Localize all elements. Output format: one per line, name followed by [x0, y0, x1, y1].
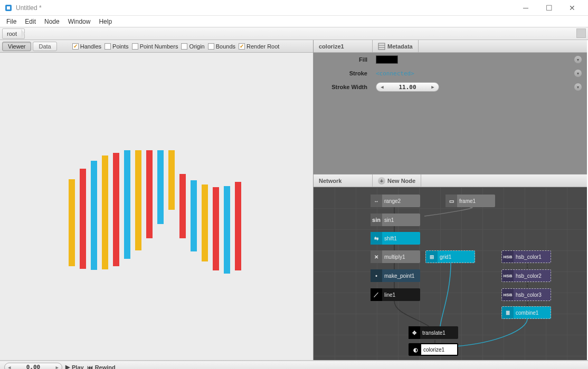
grid-icon: ⊞: [426, 251, 438, 263]
stroke-width-spinner[interactable]: ◀ 11.00 ▶: [376, 82, 439, 92]
viewer-bar: [102, 156, 108, 269]
node-colorize1[interactable]: ◐colorize1: [409, 343, 458, 356]
breadcrumb-label: root: [7, 31, 17, 37]
node-multiply1[interactable]: ✕multiply1: [371, 250, 420, 263]
viewer-bar: [191, 180, 197, 251]
viewer-bar: [179, 174, 186, 238]
svg-rect-1: [7, 6, 10, 9]
fill-color-swatch[interactable]: [376, 55, 398, 64]
point-icon: •: [371, 269, 382, 282]
properties-header: colorize1 Metadata: [314, 40, 587, 53]
window-title: Untitled *: [16, 4, 514, 12]
frame-spinner-left-icon[interactable]: ◀: [8, 365, 11, 370]
prop-row-stroke-width: Stroke Width ◀ 11.00 ▶ ▾: [314, 80, 587, 94]
tab-metadata[interactable]: Metadata: [373, 40, 419, 52]
minimize-button[interactable]: ─: [514, 0, 537, 16]
viewer-bar: [113, 153, 119, 266]
stroke-disclose-icon[interactable]: ▾: [574, 70, 582, 77]
hsb-icon: HSB: [502, 251, 514, 263]
node-line1[interactable]: ／line1: [371, 288, 420, 301]
frame-spinner-right-icon[interactable]: ▶: [56, 365, 59, 370]
frame-icon: ▭: [445, 195, 457, 207]
fill-disclose-icon[interactable]: ▾: [574, 56, 582, 63]
node-translate1[interactable]: ✥translate1: [409, 326, 458, 339]
spinner-left-icon[interactable]: ◀: [378, 84, 386, 90]
breadcrumb-root[interactable]: root: [2, 28, 25, 39]
prop-row-stroke: Stroke <connected> ▾: [314, 66, 587, 80]
node-hsb-color3[interactable]: HSBhsb_color3: [501, 288, 551, 301]
network-label: Network: [314, 174, 373, 187]
check-render-root[interactable]: ✓Render Root: [239, 43, 279, 50]
viewer-toolbar: Viewer Data ✓Handles Points Point Number…: [0, 40, 313, 53]
spinner-right-icon[interactable]: ▶: [429, 84, 437, 90]
stroke-width-value: 11.00: [399, 84, 416, 91]
menu-edit[interactable]: Edit: [21, 17, 40, 26]
plus-icon: +: [378, 177, 385, 184]
node-grid1[interactable]: ⊞grid1: [425, 250, 475, 263]
titlebar: Untitled * ─ ☐ ✕: [0, 0, 588, 16]
node-range2[interactable]: ↔range2: [371, 195, 420, 207]
properties-panel: Fill ▾ Stroke <connected> ▾ Stroke Width…: [314, 53, 587, 174]
translate-icon: ✥: [409, 326, 420, 339]
check-points[interactable]: Points: [105, 43, 129, 50]
menu-file[interactable]: File: [2, 17, 21, 26]
viewer-bar: [168, 150, 175, 210]
check-handles[interactable]: ✓Handles: [72, 43, 101, 50]
hsb-icon: HSB: [502, 289, 514, 300]
viewer-bar: [146, 150, 153, 238]
frame-value: 0.00: [26, 364, 41, 369]
node-sin1[interactable]: sinsin1: [371, 213, 420, 226]
menubar: File Edit Node Window Help: [0, 16, 588, 27]
node-hsb-color2[interactable]: HSBhsb_color2: [501, 269, 551, 282]
node-combine1[interactable]: ≣combine1: [501, 306, 551, 319]
play-button[interactable]: ▶Play: [65, 364, 84, 369]
hsb-icon: HSB: [502, 270, 514, 281]
colorize-icon: ◐: [410, 344, 421, 355]
shift-icon: ⇆: [371, 232, 382, 245]
breadcrumb-bar: root: [0, 27, 588, 40]
sin-icon: sin: [371, 213, 382, 226]
app-icon: [4, 4, 13, 12]
check-bounds[interactable]: Bounds: [208, 43, 235, 50]
menu-window[interactable]: Window: [64, 17, 95, 26]
viewer-canvas[interactable]: [0, 53, 313, 360]
node-hsb-color1[interactable]: HSBhsb_color1: [501, 250, 551, 263]
prop-label-stroke-width: Stroke Width: [314, 84, 373, 90]
breadcrumb-end-cap: [576, 28, 586, 38]
prop-label-stroke: Stroke: [314, 70, 373, 76]
menu-help[interactable]: Help: [94, 17, 116, 26]
tab-data[interactable]: Data: [33, 42, 56, 51]
new-node-button[interactable]: + New Node: [373, 174, 421, 187]
stroke-width-disclose-icon[interactable]: ▾: [574, 83, 582, 91]
check-origin[interactable]: Origin: [181, 43, 204, 50]
prop-row-fill: Fill ▾: [314, 53, 587, 66]
viewer-bar: [235, 182, 241, 270]
viewer-bar: [213, 187, 219, 270]
menu-node[interactable]: Node: [40, 17, 64, 26]
play-icon: ▶: [65, 364, 70, 369]
tab-viewer[interactable]: Viewer: [2, 42, 31, 51]
viewer-bar: [202, 184, 208, 261]
range-icon: ↔: [371, 195, 382, 207]
multiply-icon: ✕: [371, 250, 382, 263]
viewer-pane: Viewer Data ✓Handles Points Point Number…: [0, 40, 314, 360]
node-frame1[interactable]: ▭frame1: [445, 195, 495, 207]
frame-spinner[interactable]: ◀ 0.00 ▶: [4, 363, 62, 370]
maximize-button[interactable]: ☐: [537, 0, 561, 16]
combine-icon: ≣: [502, 307, 514, 318]
viewer-bar: [91, 161, 97, 270]
network-canvas[interactable]: ↔range2 ▭frame1 sinsin1 ⇆shift1 ✕multipl…: [314, 187, 587, 360]
properties-node-name: colorize1: [314, 40, 373, 52]
node-make-point1[interactable]: •make_point1: [371, 269, 420, 282]
viewer-bar: [69, 179, 75, 266]
node-shift1[interactable]: ⇆shift1: [371, 232, 420, 245]
close-button[interactable]: ✕: [561, 0, 584, 16]
prop-label-fill: Fill: [314, 56, 373, 63]
check-point-numbers[interactable]: Point Numbers: [132, 43, 178, 50]
stroke-connected-text: <connected>: [376, 70, 414, 77]
metadata-icon: [378, 43, 385, 50]
network-header: Network + New Node: [314, 174, 587, 187]
line-icon: ／: [371, 288, 382, 301]
playbar: ◀ 0.00 ▶ ▶Play ⏮Rewind: [0, 361, 588, 369]
rewind-button[interactable]: ⏮Rewind: [87, 364, 116, 370]
